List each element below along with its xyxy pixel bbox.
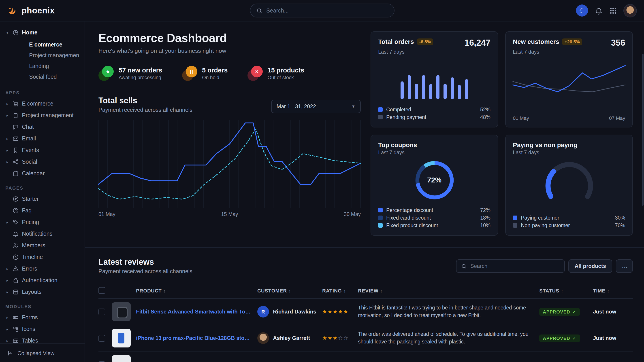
sidebar-item-label: Icons <box>22 326 35 332</box>
column-header-time[interactable]: TIME↕ <box>593 288 633 293</box>
table-row: iPhone 13 pro max-Pacific Blue-128GB sto… <box>98 325 633 351</box>
rating-stars: ★★★☆☆ <box>322 335 358 341</box>
chevron-right-icon: ▸ <box>5 290 10 294</box>
sidebar-item-email[interactable]: ▸ Email <box>5 133 79 144</box>
topbar: phoenix ☾ <box>0 0 644 21</box>
chevron-right-icon: ▸ <box>5 137 10 141</box>
reviews-table: PRODUCT↕ CUSTOMER↕ RATING↕ REVIEW↕ STATU… <box>98 284 633 362</box>
collapsed-view-toggle[interactable]: Collapsed View <box>0 344 84 362</box>
global-search-input[interactable] <box>266 7 388 14</box>
column-header-status[interactable]: STATUS↕ <box>539 288 593 293</box>
customer-avatar <box>257 332 269 344</box>
sidebar-item-social[interactable]: ▸ Social <box>5 156 79 168</box>
card-title: Paying vs non paying <box>513 141 577 148</box>
collapse-icon <box>7 350 14 356</box>
sidebar-item-pricing[interactable]: ▸ Pricing <box>5 216 79 228</box>
sidebar-item-icons[interactable]: ▸ Icons <box>5 323 79 335</box>
chevron-right-icon: ▸ <box>5 267 10 271</box>
sidebar-item-members[interactable]: ▸ Members <box>5 240 79 251</box>
sidebar-item-home[interactable]: ▾ Home <box>5 27 79 38</box>
bar <box>400 81 404 99</box>
sidebar-item-starter[interactable]: ▸ Starter <box>5 193 79 205</box>
sidebar-item-label: Notifications <box>22 231 52 237</box>
apps-menu-button[interactable] <box>610 7 617 14</box>
column-header-rating[interactable]: RATING↕ <box>322 288 358 293</box>
sort-icon: ↕ <box>561 289 564 293</box>
form-icon <box>12 314 19 321</box>
theme-toggle-button[interactable]: ☾ <box>576 4 588 16</box>
sidebar: ▾ Home E commerce Project management Lan… <box>0 21 85 362</box>
sidebar-item-ecommerce[interactable]: ▸ E commerce <box>5 98 79 110</box>
sidebar-item-project-management[interactable]: ▸ Project management <box>5 110 79 121</box>
notifications-button[interactable] <box>595 6 603 14</box>
reviews-search[interactable] <box>456 259 565 273</box>
sidebar-item-label: Timeline <box>22 254 43 260</box>
sidebar-item-chat[interactable]: ▸ Chat <box>5 121 79 133</box>
page-scrollbar[interactable] <box>642 54 644 206</box>
chevron-right-icon: ▸ <box>5 278 10 282</box>
stat-label: Awating processing <box>118 75 162 80</box>
global-search[interactable] <box>250 3 394 17</box>
sidebar-item-calendar[interactable]: ▸ Calendar <box>5 168 79 179</box>
chevron-right-icon: ▸ <box>5 160 10 164</box>
more-options-button[interactable]: ... <box>616 259 633 273</box>
x-icon: × <box>255 68 258 75</box>
share-icon <box>12 159 19 165</box>
customer-cell: Ashley Garrett <box>257 332 322 344</box>
total-orders-card: Total orders -6.8% 16,247 Last 7 days Co… <box>370 31 498 127</box>
bar <box>408 75 411 99</box>
sidebar-item-label: Starter <box>22 196 39 202</box>
sidebar-item-events[interactable]: ▸ Events <box>5 144 79 156</box>
sidebar-subitem-social-feed[interactable]: Social feed <box>5 71 79 82</box>
sidebar-item-authentication[interactable]: ▸ Authentication <box>5 275 79 286</box>
sidebar-item-label: Events <box>22 147 39 153</box>
cart-icon <box>12 101 19 107</box>
sidebar-subitem-project-management[interactable]: Project management <box>5 50 79 61</box>
bar <box>429 84 432 99</box>
sidebar-item-notifications[interactable]: ▸ Notifications <box>5 228 79 240</box>
date-range-select[interactable]: Mar 1 - 31, 2022 ▼ <box>271 100 361 113</box>
x-tick: 07 May <box>609 115 625 121</box>
row-checkbox[interactable] <box>98 308 105 315</box>
sidebar-item-layouts[interactable]: ▸ Layouts <box>5 286 79 298</box>
product-thumbnail[interactable] <box>112 355 131 362</box>
x-tick: 15 May <box>221 212 238 217</box>
sort-icon: ↕ <box>344 289 346 293</box>
sort-icon: ↕ <box>163 289 166 293</box>
collapsed-view-label: Collapsed View <box>18 350 54 356</box>
legend-swatch <box>378 223 383 227</box>
column-header-product[interactable]: PRODUCT↕ <box>136 288 257 293</box>
all-products-button[interactable]: All products <box>568 259 612 273</box>
product-link[interactable]: iPhone 13 pro max-Pacific Blue-128GB sto… <box>136 335 257 341</box>
section-label-modules: MODULES <box>5 304 79 309</box>
sidebar-item-forms[interactable]: ▸ Forms <box>5 312 79 323</box>
legend-row: Paying customer 30% <box>513 214 625 221</box>
sidebar-subitem-ecommerce[interactable]: E commerce <box>5 39 79 50</box>
sidebar-item-label: E commerce <box>22 101 53 107</box>
sidebar-item-label: Members <box>22 242 45 249</box>
product-thumbnail[interactable] <box>112 329 131 348</box>
product-link[interactable]: Fitbit Sense Advanced Smartwatch with To… <box>136 309 257 315</box>
row-checkbox[interactable] <box>98 335 105 342</box>
topbar-actions: ☾ <box>576 4 637 17</box>
product-thumbnail[interactable] <box>112 302 131 321</box>
table-icon <box>12 338 19 344</box>
page-subtitle: Here's what's going on at your business … <box>98 47 361 54</box>
column-header-review[interactable]: REVIEW↕ <box>358 288 539 293</box>
sidebar-item-errors[interactable]: ▸ Errors <box>5 263 79 275</box>
stat-value: 15 products <box>268 67 304 74</box>
row-checkbox[interactable] <box>98 361 105 362</box>
sidebar-item-timeline[interactable]: ▸ Timeline <box>5 251 79 263</box>
sidebar-subitem-landing[interactable]: Landing <box>5 61 79 71</box>
user-avatar[interactable] <box>624 4 637 17</box>
sidebar-item-faq[interactable]: ▸ Faq <box>5 205 79 216</box>
brand[interactable]: phoenix <box>7 5 55 16</box>
column-header-customer[interactable]: CUSTOMER↕ <box>257 288 322 293</box>
review-text: This Fitbit is fantastic! I was trying t… <box>358 304 539 319</box>
calendar-icon <box>12 170 19 177</box>
sidebar-item-label: Pricing <box>22 219 39 225</box>
sidebar-item-tables[interactable]: ▸ Tables <box>5 335 79 344</box>
reviews-search-input[interactable] <box>470 263 560 269</box>
dashboard-cards: Total orders -6.8% 16,247 Last 7 days Co… <box>370 31 633 236</box>
select-all-checkbox[interactable] <box>98 287 105 294</box>
